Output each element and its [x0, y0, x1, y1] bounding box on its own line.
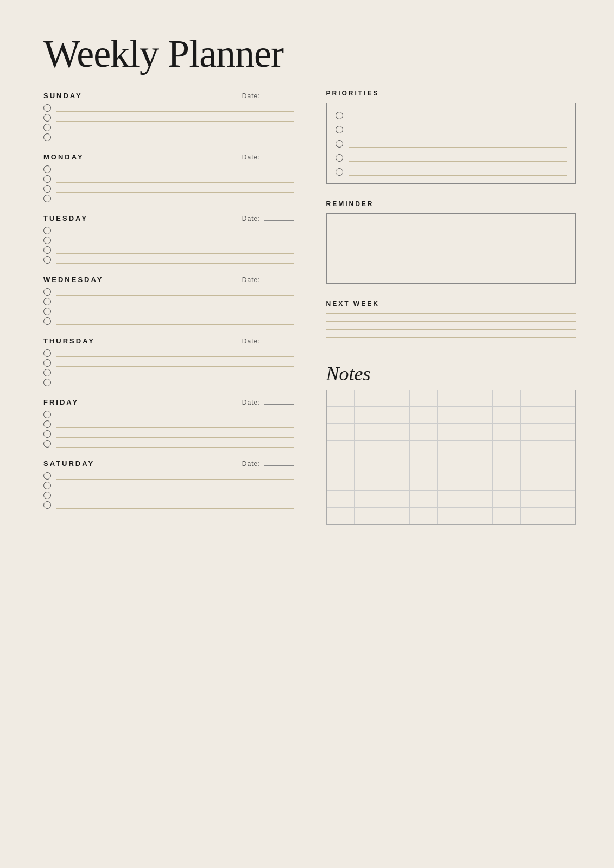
notes-grid-cell[interactable] — [355, 407, 382, 423]
task-checkbox-icon[interactable] — [43, 379, 51, 386]
date-line[interactable] — [264, 92, 294, 98]
notes-grid-cell[interactable] — [521, 457, 548, 474]
notes-grid-cell[interactable] — [548, 457, 575, 474]
task-checkbox-icon[interactable] — [43, 440, 51, 448]
task-input-line[interactable] — [56, 133, 294, 141]
priority-checkbox-icon[interactable] — [336, 126, 343, 133]
notes-grid-cell[interactable] — [382, 407, 410, 423]
notes-grid-cell[interactable] — [493, 457, 521, 474]
notes-grid-cell[interactable] — [327, 474, 355, 490]
task-checkbox-icon[interactable] — [43, 256, 51, 264]
notes-grid-cell[interactable] — [465, 424, 493, 440]
next-week-input-line[interactable] — [326, 337, 577, 338]
next-week-input-line[interactable] — [326, 346, 577, 346]
notes-grid-cell[interactable] — [548, 474, 575, 490]
notes-grid-cell[interactable] — [355, 441, 382, 457]
reminder-box[interactable] — [326, 213, 577, 284]
task-input-line[interactable] — [56, 359, 294, 367]
notes-grid-cell[interactable] — [493, 491, 521, 507]
notes-grid-cell[interactable] — [465, 457, 493, 474]
task-checkbox-icon[interactable] — [43, 298, 51, 305]
notes-grid-cell[interactable] — [438, 424, 465, 440]
notes-grid-cell[interactable] — [438, 407, 465, 423]
task-input-line[interactable] — [56, 430, 294, 438]
task-input-line[interactable] — [56, 165, 294, 173]
task-checkbox-icon[interactable] — [43, 411, 51, 418]
notes-grid-cell[interactable] — [548, 441, 575, 457]
task-input-line[interactable] — [56, 185, 294, 193]
notes-grid-cell[interactable] — [382, 390, 410, 406]
notes-grid-cell[interactable] — [438, 491, 465, 507]
notes-grid-cell[interactable] — [327, 441, 355, 457]
priority-input-line[interactable] — [349, 112, 567, 119]
task-checkbox-icon[interactable] — [43, 349, 51, 357]
notes-grid-cell[interactable] — [410, 508, 438, 524]
notes-grid-cell[interactable] — [327, 407, 355, 423]
task-checkbox-icon[interactable] — [43, 288, 51, 296]
notes-grid-cell[interactable] — [521, 491, 548, 507]
notes-grid-cell[interactable] — [493, 424, 521, 440]
notes-grid-cell[interactable] — [493, 508, 521, 524]
task-checkbox-icon[interactable] — [43, 237, 51, 244]
task-input-line[interactable] — [56, 114, 294, 122]
priority-checkbox-icon[interactable] — [336, 168, 343, 176]
notes-grid-cell[interactable] — [355, 491, 382, 507]
task-checkbox-icon[interactable] — [43, 317, 51, 325]
notes-grid-cell[interactable] — [327, 424, 355, 440]
notes-grid-cell[interactable] — [438, 390, 465, 406]
notes-grid-cell[interactable] — [410, 424, 438, 440]
notes-grid-cell[interactable] — [521, 424, 548, 440]
notes-grid-cell[interactable] — [521, 441, 548, 457]
notes-grid-cell[interactable] — [355, 390, 382, 406]
date-line[interactable] — [264, 214, 294, 221]
task-checkbox-icon[interactable] — [43, 124, 51, 131]
notes-grid-cell[interactable] — [548, 390, 575, 406]
date-line[interactable] — [264, 276, 294, 282]
task-checkbox-icon[interactable] — [43, 104, 51, 112]
notes-grid-cell[interactable] — [548, 424, 575, 440]
notes-grid-cell[interactable] — [465, 508, 493, 524]
notes-grid-cell[interactable] — [410, 491, 438, 507]
task-checkbox-icon[interactable] — [43, 369, 51, 376]
date-line[interactable] — [264, 337, 294, 343]
task-checkbox-icon[interactable] — [43, 482, 51, 489]
task-checkbox-icon[interactable] — [43, 430, 51, 438]
notes-grid-cell[interactable] — [355, 474, 382, 490]
task-input-line[interactable] — [56, 195, 294, 202]
task-input-line[interactable] — [56, 298, 294, 305]
priority-input-line[interactable] — [349, 168, 567, 176]
notes-grid-cell[interactable] — [382, 474, 410, 490]
task-input-line[interactable] — [56, 472, 294, 480]
task-checkbox-icon[interactable] — [43, 501, 51, 509]
notes-grid-cell[interactable] — [438, 441, 465, 457]
notes-grid-cell[interactable] — [521, 390, 548, 406]
task-input-line[interactable] — [56, 246, 294, 254]
priority-input-line[interactable] — [349, 154, 567, 162]
task-checkbox-icon[interactable] — [43, 195, 51, 202]
task-checkbox-icon[interactable] — [43, 227, 51, 234]
notes-grid-cell[interactable] — [548, 407, 575, 423]
notes-grid-cell[interactable] — [410, 390, 438, 406]
notes-grid-cell[interactable] — [382, 441, 410, 457]
task-input-line[interactable] — [56, 420, 294, 428]
priority-checkbox-icon[interactable] — [336, 154, 343, 162]
task-input-line[interactable] — [56, 104, 294, 112]
notes-grid-cell[interactable] — [327, 457, 355, 474]
task-input-line[interactable] — [56, 440, 294, 448]
date-line[interactable] — [264, 153, 294, 159]
notes-grid-cell[interactable] — [465, 407, 493, 423]
task-input-line[interactable] — [56, 379, 294, 386]
task-checkbox-icon[interactable] — [43, 492, 51, 499]
priority-input-line[interactable] — [349, 140, 567, 148]
task-input-line[interactable] — [56, 256, 294, 264]
task-checkbox-icon[interactable] — [43, 165, 51, 173]
task-input-line[interactable] — [56, 411, 294, 418]
notes-grid-cell[interactable] — [327, 390, 355, 406]
task-input-line[interactable] — [56, 124, 294, 131]
notes-grid-cell[interactable] — [493, 390, 521, 406]
task-input-line[interactable] — [56, 369, 294, 376]
next-week-input-line[interactable] — [326, 329, 577, 330]
notes-grid-cell[interactable] — [521, 508, 548, 524]
notes-grid-cell[interactable] — [521, 407, 548, 423]
notes-grid-cell[interactable] — [382, 508, 410, 524]
